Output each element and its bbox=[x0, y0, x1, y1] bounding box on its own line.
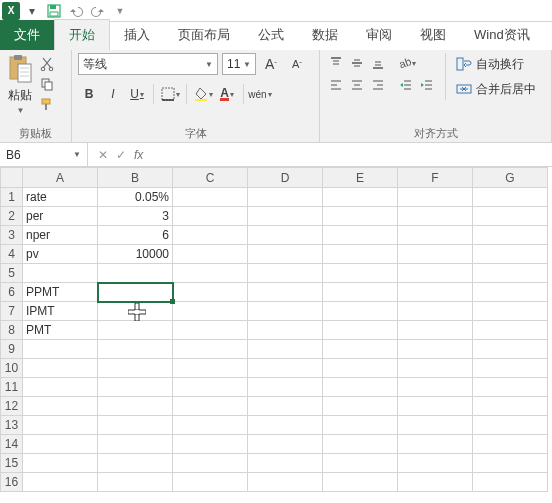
row-header[interactable]: 16 bbox=[1, 473, 23, 492]
cell-G5[interactable] bbox=[473, 264, 548, 283]
cell-C11[interactable] bbox=[173, 378, 248, 397]
row-header[interactable]: 4 bbox=[1, 245, 23, 264]
cell-B3[interactable]: 6 bbox=[98, 226, 173, 245]
cell-D8[interactable] bbox=[248, 321, 323, 340]
cell-B8[interactable] bbox=[98, 321, 173, 340]
cell-E16[interactable] bbox=[323, 473, 398, 492]
qat-more-icon[interactable]: ▼ bbox=[110, 1, 130, 21]
cell-F10[interactable] bbox=[398, 359, 473, 378]
decrease-indent-icon[interactable] bbox=[396, 75, 416, 95]
name-box-dropdown-icon[interactable]: ▼ bbox=[73, 150, 81, 159]
increase-indent-icon[interactable] bbox=[417, 75, 437, 95]
cell-F15[interactable] bbox=[398, 454, 473, 473]
row-header[interactable]: 2 bbox=[1, 207, 23, 226]
col-header[interactable]: D bbox=[248, 168, 323, 188]
tab-review[interactable]: 审阅 bbox=[352, 20, 406, 50]
cell-C4[interactable] bbox=[173, 245, 248, 264]
cell-B9[interactable] bbox=[98, 340, 173, 359]
align-right-icon[interactable] bbox=[368, 75, 388, 95]
cell-A4[interactable]: pv bbox=[23, 245, 98, 264]
cell-C13[interactable] bbox=[173, 416, 248, 435]
cell-G8[interactable] bbox=[473, 321, 548, 340]
paste-dropdown-icon[interactable]: ▼ bbox=[17, 106, 25, 115]
wrap-text-button[interactable]: 自动换行 bbox=[452, 53, 540, 75]
border-button[interactable]: ▾ bbox=[159, 83, 181, 105]
cell-G2[interactable] bbox=[473, 207, 548, 226]
paste-label[interactable]: 粘贴 bbox=[8, 87, 32, 104]
italic-button[interactable]: I bbox=[102, 83, 124, 105]
cell-E12[interactable] bbox=[323, 397, 398, 416]
row-header[interactable]: 10 bbox=[1, 359, 23, 378]
cell-C14[interactable] bbox=[173, 435, 248, 454]
cell-A12[interactable] bbox=[23, 397, 98, 416]
cell-B14[interactable] bbox=[98, 435, 173, 454]
cell-G11[interactable] bbox=[473, 378, 548, 397]
cell-F9[interactable] bbox=[398, 340, 473, 359]
cell-F5[interactable] bbox=[398, 264, 473, 283]
cell-E2[interactable] bbox=[323, 207, 398, 226]
paste-icon[interactable] bbox=[6, 53, 34, 85]
cell-B10[interactable] bbox=[98, 359, 173, 378]
cell-A2[interactable]: per bbox=[23, 207, 98, 226]
row-header[interactable]: 3 bbox=[1, 226, 23, 245]
cell-D1[interactable] bbox=[248, 188, 323, 207]
col-header[interactable]: C bbox=[173, 168, 248, 188]
orientation-icon[interactable]: ab▾ bbox=[396, 53, 416, 73]
cell-C7[interactable] bbox=[173, 302, 248, 321]
cell-C15[interactable] bbox=[173, 454, 248, 473]
cell-C12[interactable] bbox=[173, 397, 248, 416]
cell-E9[interactable] bbox=[323, 340, 398, 359]
cell-D7[interactable] bbox=[248, 302, 323, 321]
redo-icon[interactable] bbox=[88, 1, 108, 21]
row-header[interactable]: 8 bbox=[1, 321, 23, 340]
cell-F8[interactable] bbox=[398, 321, 473, 340]
tab-insert[interactable]: 插入 bbox=[110, 20, 164, 50]
cell-F13[interactable] bbox=[398, 416, 473, 435]
cell-G1[interactable] bbox=[473, 188, 548, 207]
cell-E1[interactable] bbox=[323, 188, 398, 207]
cell-B11[interactable] bbox=[98, 378, 173, 397]
underline-button[interactable]: U▾ bbox=[126, 83, 148, 105]
cell-A3[interactable]: nper bbox=[23, 226, 98, 245]
cell-A14[interactable] bbox=[23, 435, 98, 454]
row-header[interactable]: 12 bbox=[1, 397, 23, 416]
cell-B6[interactable] bbox=[98, 283, 173, 302]
cell-B16[interactable] bbox=[98, 473, 173, 492]
row-header[interactable]: 14 bbox=[1, 435, 23, 454]
cell-A16[interactable] bbox=[23, 473, 98, 492]
formula-bar-input[interactable] bbox=[153, 143, 552, 166]
bold-button[interactable]: B bbox=[78, 83, 100, 105]
tab-wind[interactable]: Wind资讯 bbox=[460, 20, 544, 50]
cell-A11[interactable] bbox=[23, 378, 98, 397]
cell-D13[interactable] bbox=[248, 416, 323, 435]
tab-formulas[interactable]: 公式 bbox=[244, 20, 298, 50]
cell-E7[interactable] bbox=[323, 302, 398, 321]
cell-G3[interactable] bbox=[473, 226, 548, 245]
cell-G13[interactable] bbox=[473, 416, 548, 435]
cell-G9[interactable] bbox=[473, 340, 548, 359]
undo-icon[interactable] bbox=[66, 1, 86, 21]
align-left-icon[interactable] bbox=[326, 75, 346, 95]
cell-G15[interactable] bbox=[473, 454, 548, 473]
row-header[interactable]: 13 bbox=[1, 416, 23, 435]
enter-formula-icon[interactable]: ✓ bbox=[116, 148, 126, 162]
col-header[interactable]: A bbox=[23, 168, 98, 188]
align-top-icon[interactable] bbox=[326, 53, 346, 73]
tab-data[interactable]: 数据 bbox=[298, 20, 352, 50]
row-header[interactable]: 15 bbox=[1, 454, 23, 473]
row-header[interactable]: 7 bbox=[1, 302, 23, 321]
cancel-formula-icon[interactable]: ✕ bbox=[98, 148, 108, 162]
cell-B5[interactable] bbox=[98, 264, 173, 283]
row-header[interactable]: 11 bbox=[1, 378, 23, 397]
cell-E11[interactable] bbox=[323, 378, 398, 397]
cell-F3[interactable] bbox=[398, 226, 473, 245]
align-bottom-icon[interactable] bbox=[368, 53, 388, 73]
cell-C1[interactable] bbox=[173, 188, 248, 207]
cell-E3[interactable] bbox=[323, 226, 398, 245]
cell-D2[interactable] bbox=[248, 207, 323, 226]
cell-D5[interactable] bbox=[248, 264, 323, 283]
cell-F7[interactable] bbox=[398, 302, 473, 321]
cell-C2[interactable] bbox=[173, 207, 248, 226]
col-header[interactable]: G bbox=[473, 168, 548, 188]
cell-B7[interactable] bbox=[98, 302, 173, 321]
